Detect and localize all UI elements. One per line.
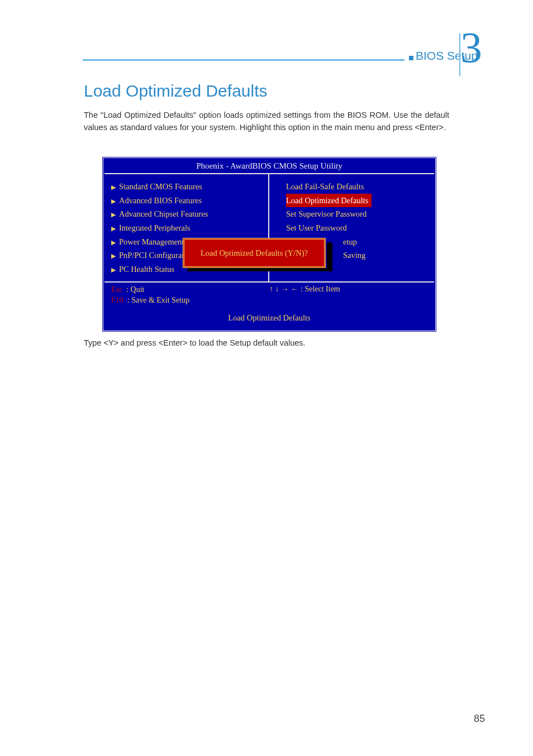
bios-menu-item: Set Supervisor Password bbox=[276, 207, 431, 221]
bios-item-label: Integrated Peripherals bbox=[119, 223, 191, 232]
bios-item-label: Standard CMOS Features bbox=[119, 182, 202, 191]
header-square-icon bbox=[409, 56, 413, 60]
bios-footer-description: Load Optimized Defaults bbox=[104, 308, 434, 329]
bios-menu-body: ▶Standard CMOS Features ▶Advanced BIOS F… bbox=[104, 173, 434, 281]
dialog-shadow bbox=[327, 242, 332, 270]
dialog-text: Load Optimized Defaults (Y/N)? bbox=[201, 248, 308, 258]
page-number: 85 bbox=[474, 713, 485, 725]
triangle-right-icon: ▶ bbox=[111, 225, 116, 232]
bios-confirm-dialog: Load Optimized Defaults (Y/N)? bbox=[183, 238, 326, 268]
bios-footer-right: ↑ ↓ → ← : Select Item bbox=[269, 285, 427, 305]
bios-item-label: Power Management bbox=[119, 237, 184, 246]
bios-menu-item: Set User Password bbox=[276, 221, 431, 235]
bios-menu-item: ▶Standard CMOS Features bbox=[111, 180, 265, 194]
key-action: : Save & Exit Setup bbox=[127, 296, 189, 304]
page-title: Load Optimized Defaults bbox=[84, 82, 268, 101]
document-page: BIOS Setup 3 Load Optimized Defaults The… bbox=[0, 0, 533, 756]
triangle-right-icon: ▶ bbox=[111, 211, 116, 218]
key-action: : Quit bbox=[126, 285, 144, 294]
bios-item-label: Advanced Chipset Features bbox=[119, 209, 208, 218]
triangle-right-icon: ▶ bbox=[111, 239, 116, 246]
key-label: F10 bbox=[111, 296, 123, 304]
chapter-number: 3 bbox=[460, 26, 482, 69]
bios-item-label: PC Health Status bbox=[119, 265, 174, 274]
bios-footer-left: Esc : Quit F10 : Save & Exit Setup bbox=[111, 285, 269, 305]
bios-menu-item: ▶Advanced BIOS Features bbox=[111, 194, 265, 208]
bios-screenshot: Phoenix - AwardBIOS CMOS Setup Utility ▶… bbox=[102, 156, 437, 332]
bios-key-hint: F10 : Save & Exit Setup bbox=[111, 295, 269, 305]
bios-menu-item: ▶Advanced Chipset Features bbox=[111, 207, 265, 221]
triangle-right-icon: ▶ bbox=[111, 184, 116, 190]
body-paragraph: The "Load Optimized Defaults" option loa… bbox=[84, 109, 449, 134]
bios-item-label: PnP/PCI Configurat bbox=[119, 251, 184, 260]
bios-menu-item-selected: Load Optimized Defaults bbox=[286, 194, 372, 208]
triangle-right-icon: ▶ bbox=[111, 198, 116, 204]
key-label: Esc bbox=[111, 285, 122, 294]
instruction-text: Type <Y> and press <Enter> to load the S… bbox=[84, 338, 306, 347]
bios-key-hint: Esc : Quit bbox=[111, 285, 269, 295]
bios-menu-item: Load Fail-Safe Defaults bbox=[276, 180, 431, 194]
bios-title: Phoenix - AwardBIOS CMOS Setup Utility bbox=[104, 159, 434, 173]
bios-item-label: Advanced BIOS Features bbox=[119, 196, 202, 205]
triangle-right-icon: ▶ bbox=[111, 252, 116, 259]
bios-menu-item: ▶Integrated Peripherals bbox=[111, 221, 265, 235]
header-rule bbox=[83, 59, 404, 61]
bios-footer-keys: Esc : Quit F10 : Save & Exit Setup ↑ ↓ →… bbox=[104, 281, 434, 307]
dialog-shadow bbox=[187, 268, 332, 271]
bios-menu-item-wrapper: Load Optimized Defaults bbox=[276, 194, 431, 208]
triangle-right-icon: ▶ bbox=[111, 266, 116, 273]
